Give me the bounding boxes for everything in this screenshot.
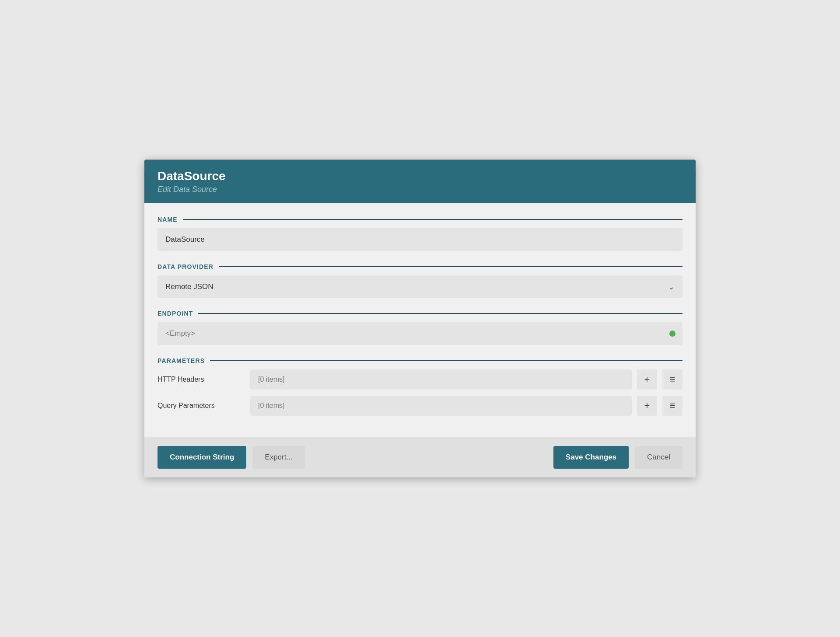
parameters-section: PARAMETERS HTTP Headers + ≡ Query Parame… (158, 357, 682, 416)
query-params-input[interactable] (250, 396, 632, 416)
endpoint-section: ENDPOINT (158, 310, 682, 345)
export-button[interactable]: Export... (252, 446, 304, 469)
dialog-body: NAME DATA PROVIDER Remote JSON SQL Graph… (144, 203, 696, 437)
name-section-label: NAME (158, 216, 682, 223)
dialog-title: DataSource (158, 169, 682, 183)
query-params-menu-button[interactable]: ≡ (662, 396, 682, 416)
data-provider-select[interactable]: Remote JSON SQL GraphQL REST API (158, 275, 682, 298)
name-section: NAME (158, 216, 682, 251)
http-headers-row: HTTP Headers + ≡ (158, 369, 682, 390)
cancel-button[interactable]: Cancel (635, 446, 682, 469)
endpoint-input[interactable] (158, 322, 682, 345)
endpoint-label: ENDPOINT (158, 310, 682, 317)
save-changes-button[interactable]: Save Changes (553, 446, 629, 469)
query-params-label: Query Parameters (158, 402, 245, 410)
dialog-header: DataSource Edit Data Source (144, 160, 696, 203)
query-params-row: Query Parameters + ≡ (158, 396, 682, 416)
endpoint-wrapper (158, 322, 682, 345)
name-input[interactable] (158, 228, 682, 251)
http-headers-add-button[interactable]: + (637, 369, 657, 390)
edit-datasource-dialog: DataSource Edit Data Source NAME DATA PR… (144, 160, 696, 477)
parameters-label: PARAMETERS (158, 357, 682, 364)
query-params-add-button[interactable]: + (637, 396, 657, 416)
data-provider-section: DATA PROVIDER Remote JSON SQL GraphQL RE… (158, 263, 682, 298)
connection-status-dot (669, 331, 676, 337)
data-provider-label: DATA PROVIDER (158, 263, 682, 270)
http-headers-menu-button[interactable]: ≡ (662, 369, 682, 390)
data-provider-wrapper: Remote JSON SQL GraphQL REST API ⌄ (158, 275, 682, 298)
dialog-footer: Connection String Export... Save Changes… (144, 437, 696, 477)
dialog-subtitle: Edit Data Source (158, 185, 682, 194)
http-headers-label: HTTP Headers (158, 376, 245, 383)
http-headers-input[interactable] (250, 369, 632, 390)
connection-string-button[interactable]: Connection String (158, 446, 246, 469)
